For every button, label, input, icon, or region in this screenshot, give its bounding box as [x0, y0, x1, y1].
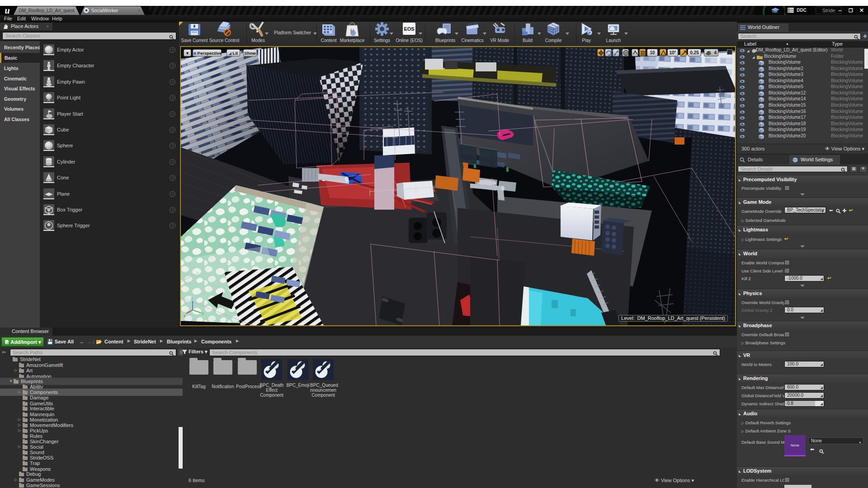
svg-text:x: x	[184, 314, 186, 318]
svg-text:Platform Switcher: Platform Switcher	[274, 30, 311, 35]
svg-text:Cinematics: Cinematics	[461, 38, 483, 43]
svg-text:Blueprints: Blueprints	[435, 38, 455, 43]
svg-text:Marketplace: Marketplace	[340, 38, 365, 43]
svg-text:Save Current: Save Current	[181, 38, 208, 43]
svg-text:EOS: EOS	[404, 26, 414, 32]
svg-text:VR Mode: VR Mode	[490, 38, 509, 43]
svg-text:Build: Build	[523, 38, 533, 43]
svg-text:Content: Content	[321, 38, 336, 43]
svg-text:Launch: Launch	[606, 38, 621, 43]
svg-text:z: z	[191, 296, 193, 301]
svg-text:Source Control: Source Control	[209, 38, 240, 43]
svg-text:Modes: Modes	[251, 38, 265, 43]
svg-text:Online (EOS): Online (EOS)	[396, 38, 422, 43]
svg-text:Compile: Compile	[545, 38, 562, 43]
svg-text:y: y	[202, 311, 204, 315]
svg-text:Play: Play	[582, 38, 590, 43]
svg-text:Settings: Settings	[374, 38, 390, 43]
